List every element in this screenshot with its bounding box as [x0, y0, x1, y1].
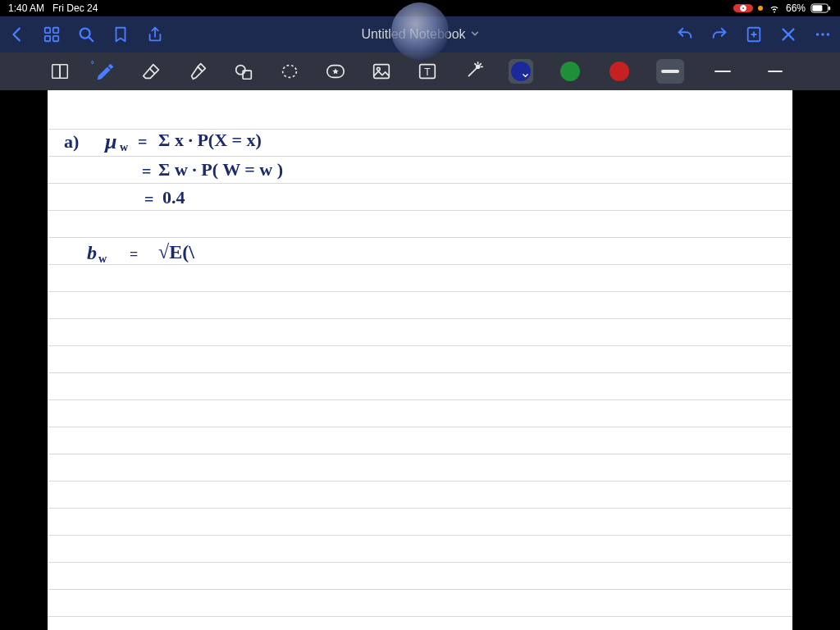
screen-recording-indicator[interactable]: [733, 4, 753, 12]
battery-icon: [810, 3, 832, 14]
svg-rect-3: [45, 28, 50, 33]
record-icon: [740, 5, 746, 11]
svg-rect-17: [52, 65, 60, 79]
handwriting-text: =: [144, 190, 153, 209]
battery-percent: 66%: [786, 2, 806, 14]
document-title-button[interactable]: Untitled Notebook: [361, 27, 478, 42]
svg-rect-6: [53, 36, 58, 41]
handwriting-text: =: [142, 162, 151, 181]
color-swatch-icon: [560, 62, 580, 81]
color-swatch-icon: [511, 62, 531, 81]
status-time: 1:40 AM: [8, 2, 44, 14]
svg-rect-5: [45, 36, 50, 41]
svg-rect-2: [829, 6, 830, 10]
highlighter-tool[interactable]: [187, 61, 208, 82]
page-template-tool[interactable]: [49, 61, 71, 82]
svg-line-30: [480, 64, 481, 65]
stroke-thick[interactable]: [656, 59, 684, 84]
handwriting-text: Σ x · P(X = x): [158, 130, 262, 151]
color-swatch-icon: [609, 62, 629, 81]
handwriting-text: b: [87, 242, 97, 264]
more-button[interactable]: [814, 25, 832, 43]
color-green[interactable]: [558, 59, 582, 84]
handwriting-text: w: [98, 253, 107, 266]
notebook-page[interactable]: a) μ w = Σ x · P(X = x) = Σ w · P( W = w…: [48, 90, 792, 630]
svg-text:T: T: [424, 66, 431, 78]
text-tool[interactable]: T: [417, 61, 438, 82]
stroke-medium[interactable]: [709, 59, 737, 84]
canvas-area: a) μ w = Σ x · P(X = x) = Σ w · P( W = w…: [0, 90, 840, 630]
svg-rect-4: [53, 28, 58, 33]
handwriting-text: 0.4: [162, 187, 185, 208]
handwriting-text: =: [138, 133, 147, 152]
stroke-preview-icon: [714, 71, 731, 73]
stroke-preview-icon: [768, 71, 783, 72]
svg-point-25: [377, 67, 380, 71]
svg-line-19: [149, 68, 155, 74]
grid-view-button[interactable]: [43, 25, 61, 43]
handwriting-text: w: [120, 141, 128, 154]
laser-pointer-tool[interactable]: [463, 61, 484, 82]
search-button[interactable]: [77, 25, 95, 43]
handwriting-text: =: [130, 246, 138, 263]
bluetooth-icon: ⬨: [90, 57, 94, 66]
svg-point-22: [283, 66, 297, 78]
image-tool[interactable]: [371, 61, 392, 82]
svg-point-15: [821, 33, 824, 36]
handwriting-text: Σ w · P( W = w ): [158, 159, 283, 180]
chevron-down-icon: [471, 30, 479, 39]
status-date: Fri Dec 24: [52, 2, 98, 14]
stroke-thin[interactable]: [761, 59, 789, 84]
close-button[interactable]: [779, 25, 797, 43]
lasso-tool[interactable]: [279, 61, 300, 82]
svg-line-32: [475, 64, 476, 65]
app-nav-bar: Untitled Notebook: [0, 16, 840, 52]
shape-tool[interactable]: [233, 61, 254, 82]
svg-point-16: [827, 33, 830, 36]
handwriting-text: √E(\: [158, 241, 194, 263]
svg-rect-24: [374, 65, 390, 79]
back-button[interactable]: [8, 25, 26, 43]
svg-rect-18: [60, 65, 67, 79]
svg-point-28: [477, 66, 480, 69]
status-bar: 1:40 AM Fri Dec 24 66%: [0, 0, 840, 16]
share-button[interactable]: [146, 25, 164, 43]
color-blue[interactable]: [509, 59, 533, 84]
mic-indicator-dot: [758, 6, 763, 11]
svg-line-8: [89, 38, 94, 42]
bookmark-button[interactable]: [112, 25, 130, 43]
add-page-button[interactable]: [745, 25, 763, 43]
stroke-preview-icon: [661, 70, 679, 73]
tool-bar: ⬨ T: [0, 52, 840, 90]
svg-rect-1: [812, 5, 822, 11]
handwriting-text: μ: [105, 130, 116, 154]
svg-point-14: [816, 33, 819, 36]
svg-point-7: [80, 29, 90, 39]
undo-button[interactable]: [676, 25, 694, 43]
redo-button[interactable]: [710, 25, 728, 43]
eraser-tool[interactable]: [141, 61, 162, 82]
pen-tool[interactable]: ⬨: [95, 61, 116, 82]
document-title: Untitled Notebook: [361, 27, 465, 42]
wifi-icon: [768, 2, 781, 14]
color-red[interactable]: [607, 59, 632, 84]
handwriting-text: a): [64, 131, 79, 153]
favorites-tool[interactable]: [325, 61, 346, 82]
svg-point-20: [236, 66, 245, 75]
